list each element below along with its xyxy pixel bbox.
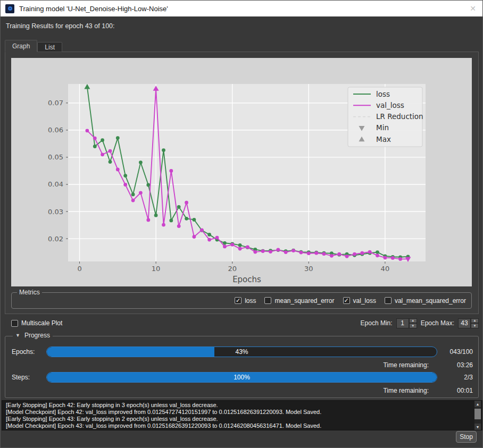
steps-count: 2/3 [444,374,473,381]
log-line: [Model Checkpoint] Epoch 43: val_loss im… [6,422,471,429]
titlebar: Training model 'U-Net_Denoise-High-Low-N… [1,1,482,16]
epoch-min-label: Epoch Min: [361,319,393,327]
epoch-max-value[interactable]: 43 [458,318,471,328]
checkbox-indicator[interactable] [264,297,271,304]
checkbox-label: Multiscale Plot [21,319,62,327]
svg-text:40: 40 [381,265,390,273]
collapse-triangle-icon[interactable]: ▼ [15,333,20,338]
svg-text:0.02: 0.02 [48,235,63,243]
tab-graph[interactable]: Graph [5,40,37,52]
steps-time-row: Time remaining: 00:01 [12,385,473,396]
metrics-checkbox-row: ✓ loss mean_squared_error ✓ val_loss val… [235,293,466,308]
app-icon-ring [8,6,12,11]
checkbox-indicator[interactable] [385,297,392,304]
training-log[interactable]: [Early Stopping] Epoch 42: Early stoppin… [2,400,482,430]
metrics-group: Metrics ✓ loss mean_squared_error ✓ val_… [11,292,472,309]
epoch-min-spinbox[interactable]: 1 ▲ ▼ [396,318,417,328]
log-line: [Early Stopping] Epoch 42: Early stoppin… [6,402,471,409]
steps-progress-row: Steps: 100% 2/3 [12,372,473,383]
metric-checkbox-mean-squared-error[interactable]: mean_squared_error [264,297,334,305]
progress-group: ▼ Progress Epochs: 43% 043/100 Time rema… [5,336,479,398]
multiscale-plot-checkbox[interactable]: Multiscale Plot [11,319,62,327]
svg-text:0.04: 0.04 [48,180,63,188]
svg-text:10: 10 [152,265,161,273]
svg-text:20: 20 [228,265,237,273]
metric-checkbox-val-loss[interactable]: ✓ val_loss [343,297,376,305]
app-icon [5,4,14,13]
checkbox-indicator[interactable] [11,320,18,327]
epochs-progress-bar: 43% [46,346,437,357]
epochs-time-row: Time remaining: 03:26 [12,360,473,370]
epochs-count: 043/100 [444,348,473,356]
tab-list[interactable]: List [37,42,62,52]
metric-checkbox-val-mean-squared-error[interactable]: val_mean_squared_error [385,297,466,305]
epoch-min-value[interactable]: 1 [396,318,409,328]
checkbox-indicator[interactable]: ✓ [235,297,242,304]
svg-text:loss: loss [376,90,390,98]
svg-text:30: 30 [304,265,313,273]
svg-text:0.07: 0.07 [48,99,63,107]
svg-text:0.03: 0.03 [48,208,63,216]
epoch-max-label: Epoch Max: [421,319,454,327]
checkbox-label: mean_squared_error [274,297,334,305]
time-remaining-label: Time remaining: [383,361,429,369]
svg-text:Min: Min [376,123,389,132]
spin-down-icon[interactable]: ▼ [409,323,417,328]
tab-bar: Graph List [5,40,62,52]
svg-text:Max: Max [376,135,391,143]
training-dialog: Training model 'U-Net_Denoise-High-Low-N… [0,0,483,448]
progress-group-header[interactable]: ▼ Progress [13,332,53,339]
log-line: [Early Stopping] Epoch 43: Early stoppin… [6,416,471,422]
training-chart: 0102030400.020.030.040.050.060.07Epochsl… [11,58,472,286]
spin-buttons: ▲ ▼ [471,318,479,328]
time-remaining-value: 00:01 [444,387,473,394]
progress-percent-text: 43% [47,347,437,357]
log-scrollbar[interactable]: ▲ ▼ [474,401,481,430]
epochs-progress-label: Epochs: [12,348,46,356]
spin-buttons: ▲ ▼ [409,318,417,328]
progress-group-label: Progress [24,332,50,339]
spin-up-icon[interactable]: ▲ [471,318,479,324]
checkbox-label: val_mean_squared_error [395,297,466,305]
steps-progress-bar: 100% [46,372,437,383]
metric-checkbox-loss[interactable]: ✓ loss [235,297,256,305]
plot-controls-row: Multiscale Plot Epoch Min: 1 ▲ ▼ Epoch M… [11,318,479,328]
chart-svg: 0102030400.020.030.040.050.060.07Epochsl… [11,58,472,286]
svg-text:0.05: 0.05 [48,153,63,161]
svg-text:val_loss: val_loss [376,101,404,109]
epoch-status-text: Training Results for epoch 43 of 100: [6,22,115,30]
graph-tab-panel: 0102030400.020.030.040.050.060.07Epochsl… [5,52,479,314]
window-title: Training model 'U-Net_Denoise-High-Low-N… [19,5,168,13]
time-remaining-label: Time remaining: [383,387,429,394]
scroll-down-icon[interactable]: ▼ [474,424,481,430]
spin-down-icon[interactable]: ▼ [471,323,479,328]
svg-text:LR Reduction: LR Reduction [376,112,423,121]
log-line: [Model Checkpoint] Epoch 42: val_loss im… [6,409,471,416]
progress-percent-text: 100% [47,373,437,382]
checkbox-indicator[interactable]: ✓ [343,297,350,304]
svg-text:0.06: 0.06 [48,126,63,134]
svg-text:0: 0 [77,265,81,273]
steps-progress-label: Steps: [12,374,46,381]
epoch-range-controls: Epoch Min: 1 ▲ ▼ Epoch Max: 43 ▲ ▼ [361,318,479,328]
metrics-group-label: Metrics [17,289,42,296]
svg-text:Epochs: Epochs [232,275,261,284]
spin-up-icon[interactable]: ▲ [409,318,417,324]
time-remaining-value: 03:26 [444,361,473,369]
scroll-up-icon[interactable]: ▲ [474,401,481,407]
scrollbar-thumb[interactable] [474,409,481,419]
close-icon[interactable]: ✕ [470,4,476,13]
checkbox-label: loss [245,297,256,305]
epochs-progress-row: Epochs: 43% 043/100 [12,346,473,357]
epoch-max-spinbox[interactable]: 43 ▲ ▼ [458,318,479,328]
stop-button[interactable]: Stop [456,431,477,443]
checkbox-label: val_loss [353,297,376,305]
